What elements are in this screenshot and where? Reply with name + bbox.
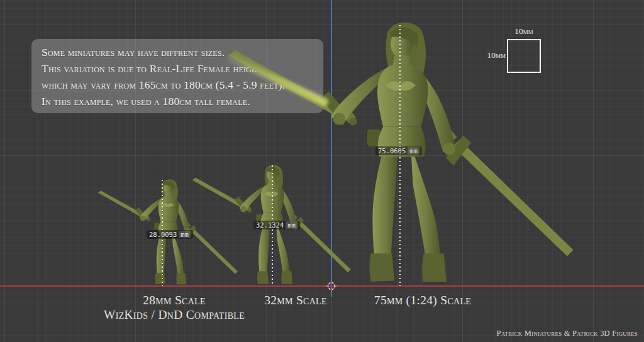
scale-caption-title: 28mm Scale [143, 294, 206, 307]
scale-caption-32mm: 32mm Scale [233, 294, 358, 307]
measurement-label-28mm: 28.0093mm [147, 230, 193, 239]
measurement-value: 28.0093 [149, 231, 177, 238]
measurement-unit: mm [179, 231, 191, 238]
scale-caption-compat: WizKids / DnD Compatible [99, 308, 250, 322]
scale-caption-75mm: 75mm (1:24) Scale [353, 294, 492, 307]
measurement-value: 32.1324 [256, 221, 284, 229]
watermark-text: Patrick Miniatures & Patrick 3D Figures [497, 329, 638, 338]
scale-caption-28mm: 28mm Scale WizKids / DnD Compatible [99, 294, 250, 322]
measurement-label-32mm: 32.1324mm [253, 221, 300, 229]
measurement-value: 75.0605 [378, 147, 406, 155]
measure-line-75mm [399, 25, 401, 286]
measurement-unit: mm [408, 147, 419, 155]
measurement-label-75mm: 75.0605mm [375, 146, 422, 155]
measurement-unit: mm [286, 221, 297, 229]
